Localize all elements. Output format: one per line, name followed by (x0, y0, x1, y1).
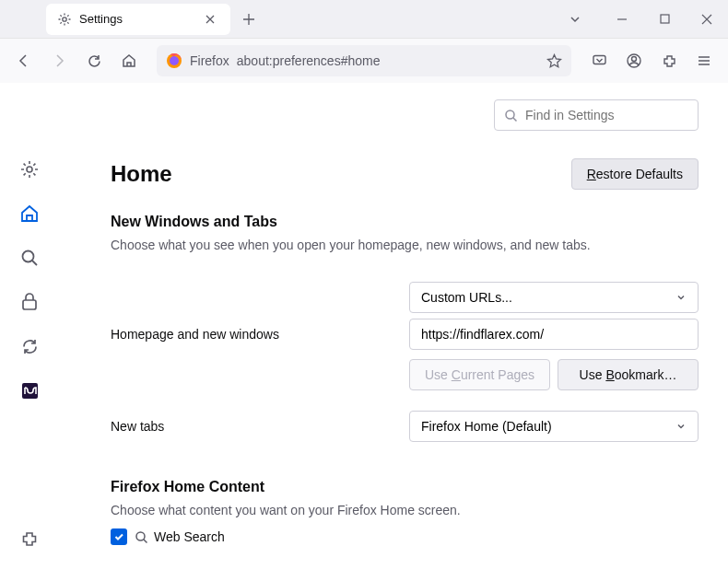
address-url: about:preferences#home (237, 53, 539, 68)
select-value: Custom URLs... (421, 290, 512, 305)
newtabs-label: New tabs (111, 419, 409, 434)
back-button[interactable] (9, 46, 39, 75)
svg-point-3 (170, 56, 179, 65)
svg-rect-9 (23, 300, 36, 309)
svg-point-12 (136, 532, 145, 540)
homepage-mode-select[interactable]: Custom URLs... (409, 282, 699, 313)
sidebar-item-search[interactable] (17, 245, 42, 271)
chevron-down-icon (675, 292, 687, 303)
address-label: Firefox (190, 53, 229, 68)
find-settings-search[interactable] (494, 99, 699, 131)
sidebar-item-more[interactable] (17, 377, 42, 403)
svg-rect-1 (661, 15, 669, 23)
page-title: Home (111, 161, 172, 187)
tab-title: Settings (79, 12, 194, 26)
sidebar-item-extensions[interactable] (17, 527, 42, 552)
chevron-down-icon[interactable] (558, 13, 592, 26)
sidebar-item-home[interactable] (17, 201, 42, 226)
newtabs-select[interactable]: Firefox Home (Default) (409, 411, 699, 442)
home-button[interactable] (114, 46, 144, 75)
svg-point-8 (23, 251, 34, 262)
section-desc-new-windows: Choose what you see when you open your h… (111, 238, 699, 252)
menu-icon[interactable] (689, 46, 719, 75)
section-title-new-windows: New Windows and Tabs (111, 214, 699, 230)
web-search-label: Web Search (154, 529, 225, 544)
svg-point-6 (632, 57, 637, 62)
restore-defaults-button[interactable]: Restore Defaults (571, 158, 699, 190)
address-bar[interactable]: Firefox about:preferences#home (157, 45, 571, 76)
reload-button[interactable] (79, 46, 109, 75)
web-search-checkbox[interactable] (111, 528, 127, 545)
new-tab-button[interactable] (236, 6, 262, 32)
minimize-button[interactable] (601, 0, 643, 39)
search-icon (135, 530, 148, 544)
svg-point-11 (506, 110, 514, 119)
gear-icon (57, 12, 72, 27)
browser-tab[interactable]: Settings (46, 4, 230, 35)
select-value: Firefox Home (Default) (421, 419, 552, 434)
close-window-button[interactable] (686, 0, 728, 39)
firefox-logo-icon (166, 52, 182, 69)
sidebar-item-privacy[interactable] (17, 289, 42, 315)
svg-point-0 (63, 17, 66, 20)
maximize-button[interactable] (643, 0, 686, 39)
chevron-down-icon (675, 421, 687, 432)
extensions-icon[interactable] (654, 46, 684, 75)
pocket-icon[interactable] (584, 46, 614, 75)
section-desc-home-content: Choose what content you want on your Fir… (111, 503, 699, 517)
search-icon (504, 109, 518, 122)
close-icon[interactable] (201, 10, 219, 29)
section-title-home-content: Firefox Home Content (111, 479, 699, 495)
use-current-pages-button: Use Current Pages (409, 359, 550, 390)
svg-rect-4 (593, 55, 605, 64)
bookmark-star-icon[interactable] (546, 53, 562, 69)
find-settings-input[interactable] (525, 108, 688, 122)
forward-button (44, 46, 74, 75)
sidebar-item-sync[interactable] (17, 333, 42, 359)
sidebar-item-general[interactable] (17, 157, 42, 182)
homepage-label: Homepage and new windows (111, 327, 409, 342)
account-icon[interactable] (619, 46, 649, 75)
svg-point-7 (27, 167, 32, 172)
use-bookmark-button[interactable]: Use Bookmark… (558, 359, 699, 390)
homepage-url-input[interactable] (409, 319, 699, 350)
